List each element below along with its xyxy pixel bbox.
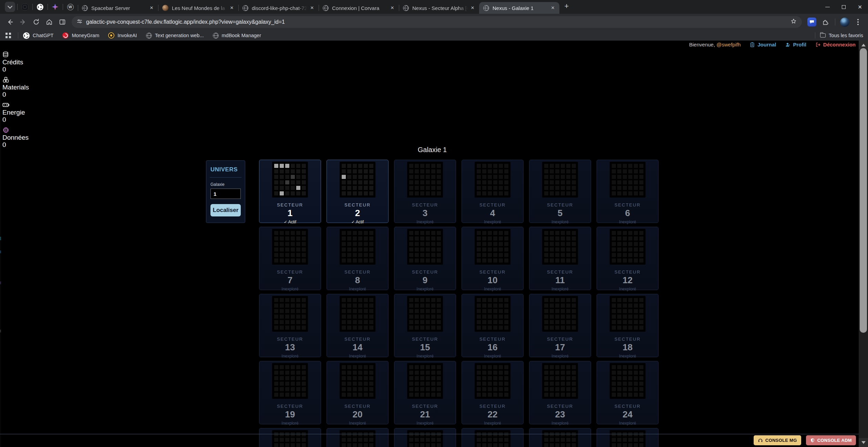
browser-tab[interactable]: Connexion | Corvara [319, 2, 399, 14]
map-cell [634, 309, 638, 313]
sector-card[interactable]: SECTEUR 13 Inexploré [259, 294, 321, 357]
home-button[interactable] [43, 15, 56, 29]
sector-card[interactable]: SECTEUR 27 Inexploré [394, 428, 456, 447]
map-cell [296, 175, 300, 179]
map-cell [623, 309, 627, 313]
bookmark-item[interactable]: Text generation web... [146, 33, 204, 39]
map-cell [555, 365, 559, 369]
browser-tab[interactable]: Nexus - Secteur Alpha [G1] [399, 2, 479, 14]
sector-card[interactable]: SECTEUR 1 ✓ Actif [259, 160, 321, 223]
profile-avatar[interactable] [840, 18, 849, 27]
map-cell [409, 180, 413, 184]
pinned-tab[interactable] [48, 0, 63, 14]
extension-badge-icon[interactable] [807, 18, 816, 26]
map-cell [364, 387, 368, 391]
apps-grid-icon[interactable] [5, 31, 15, 40]
journal-link[interactable]: Journal [750, 42, 776, 47]
sector-card[interactable]: SECTEUR 15 Inexploré [394, 294, 456, 357]
sector-card[interactable]: SECTEUR 12 Inexploré [597, 227, 659, 290]
profil-link[interactable]: Profil [785, 42, 806, 47]
sector-card[interactable]: SECTEUR 6 Inexploré [597, 160, 659, 223]
tab-title: Les Neuf Mondes de la Mytholo [172, 5, 228, 11]
logout-link[interactable]: Déconnexion [815, 42, 856, 47]
address-bar[interactable]: galactic-pve-conquest-c7fe.dev.flatlogic… [72, 16, 802, 28]
sector-card[interactable]: SECTEUR 7 Inexploré [259, 227, 321, 290]
galaxie-input[interactable] [210, 189, 241, 199]
bookmark-item[interactable]: ChatGPT [23, 32, 53, 39]
back-button[interactable] [3, 15, 17, 29]
bookmark-item[interactable]: InvokeAI [108, 32, 137, 39]
reload-button[interactable] [30, 15, 43, 29]
sector-card[interactable]: SECTEUR 30 Inexploré [597, 428, 659, 447]
sector-card[interactable]: SECTEUR 19 Inexploré [259, 361, 321, 424]
map-cell [628, 236, 632, 241]
tab-close-icon[interactable] [469, 4, 476, 12]
sector-card[interactable]: SECTEUR 23 Inexploré [529, 361, 591, 424]
sector-card[interactable]: SECTEUR 14 Inexploré [327, 294, 389, 357]
sector-card[interactable]: SECTEUR 4 Inexploré [462, 160, 524, 223]
map-cell [628, 309, 632, 313]
map-cell [426, 253, 430, 257]
sector-card[interactable]: SECTEUR 9 Inexploré [394, 227, 456, 290]
tab-close-icon[interactable] [389, 4, 396, 12]
sector-card[interactable]: SECTEUR 8 Inexploré [327, 227, 389, 290]
tab-search-button[interactable] [5, 2, 15, 12]
pinned-tab[interactable] [32, 0, 48, 14]
bookmark-star-icon[interactable] [790, 18, 797, 26]
sector-card[interactable]: SECTEUR 17 Inexploré [529, 294, 591, 357]
map-cell [639, 304, 643, 308]
sector-card[interactable]: SECTEUR 18 Inexploré [597, 294, 659, 357]
tab-close-icon[interactable] [148, 4, 155, 12]
sector-card[interactable]: SECTEUR 20 Inexploré [327, 361, 389, 424]
site-settings-icon[interactable] [76, 18, 83, 26]
sector-card[interactable]: SECTEUR 11 Inexploré [529, 227, 591, 290]
extensions-puzzle-button[interactable] [819, 15, 832, 29]
bookmark-item[interactable]: mdBook Manager [213, 33, 261, 39]
map-cell [628, 438, 632, 442]
sector-card[interactable]: SECTEUR 28 Inexploré [462, 428, 524, 447]
map-cell [353, 304, 357, 308]
console-adm-button[interactable]: CONSOLE ADM [806, 435, 856, 445]
menu-kebab-button[interactable] [851, 15, 865, 29]
sector-label: SECTEUR [394, 404, 456, 409]
tab-close-icon[interactable] [228, 4, 236, 12]
pinned-tab[interactable] [17, 0, 32, 14]
browser-tab[interactable]: Nexus - Galaxie 1 [479, 2, 559, 14]
browser-tab[interactable]: Spacebar Server [78, 2, 158, 14]
sector-card[interactable]: SECTEUR 24 Inexploré [597, 361, 659, 424]
sector-card[interactable]: SECTEUR 25 Inexploré [259, 428, 321, 447]
close-button[interactable] [852, 0, 868, 14]
sector-card[interactable]: SECTEUR 29 Inexploré [529, 428, 591, 447]
tab-close-icon[interactable] [549, 4, 557, 12]
map-cell [296, 186, 300, 190]
sector-card[interactable]: SECTEUR 21 Inexploré [394, 361, 456, 424]
sector-card[interactable]: SECTEUR 16 Inexploré [462, 294, 524, 357]
new-tab-button[interactable] [561, 1, 572, 11]
map-cell [353, 247, 357, 252]
scrollbar-thumb[interactable] [860, 48, 867, 333]
tab-close-icon[interactable] [308, 4, 316, 12]
sector-number: 2 [327, 208, 388, 218]
scrollbar[interactable] [859, 41, 868, 447]
browser-tab[interactable]: discord-like-php-chat-7262.dev [238, 2, 319, 14]
scrollbar-down-arrow[interactable] [859, 438, 868, 447]
sector-card[interactable]: SECTEUR 3 Inexploré [394, 160, 456, 223]
forward-button[interactable] [17, 15, 30, 29]
localiser-button[interactable]: Localiser [210, 204, 241, 216]
map-cell [617, 253, 621, 257]
map-cell [364, 432, 368, 436]
sector-card[interactable]: SECTEUR 5 Inexploré [529, 160, 591, 223]
bookmark-item[interactable]: MoneyGram [62, 32, 99, 39]
sector-card[interactable]: SECTEUR 2 ✓ Actif [327, 160, 389, 223]
sector-card[interactable]: SECTEUR 22 Inexploré [462, 361, 524, 424]
side-panel-button[interactable] [56, 15, 69, 29]
browser-tab[interactable]: Les Neuf Mondes de la Mytholo [158, 2, 238, 14]
maximize-icon [842, 5, 846, 9]
pinned-tab[interactable] [63, 0, 78, 14]
console-mg-button[interactable]: CONSOLE MG [754, 435, 801, 445]
maximize-button[interactable] [836, 0, 852, 14]
all-bookmarks[interactable]: Tous les favoris [812, 32, 863, 39]
minimize-button[interactable] [819, 0, 836, 14]
sector-card[interactable]: SECTEUR 10 Inexploré [462, 227, 524, 290]
sector-card[interactable]: SECTEUR 26 Inexploré [327, 428, 389, 447]
